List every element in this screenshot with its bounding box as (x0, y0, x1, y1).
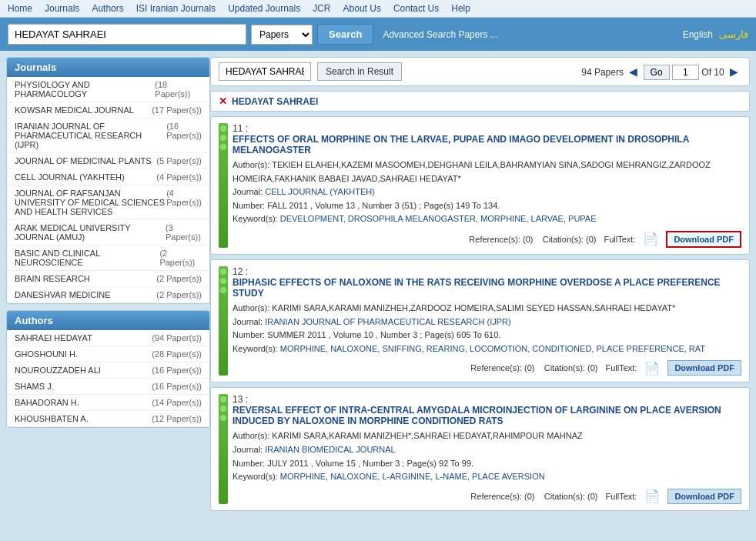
paper-content-1: 12 : BIPHASIC EFFECTS OF NALOXONE IN THE… (232, 266, 741, 376)
paper-meta-0: Author(s): TEKIEH ELAHEH,KAZEMI MASOOMEH… (232, 159, 741, 226)
nav-jcr[interactable]: JCR (313, 3, 330, 14)
sidebar-item-author-5[interactable]: KHOUSHBATEN A. (12 Paper(s)) (7, 411, 209, 427)
fulltext-label-1: FullText: (605, 363, 637, 372)
sidebar-item-journal-9[interactable]: DANESHVAR MEDICINE (2 Paper(s)) (7, 287, 209, 303)
sidebar-item-journal-6[interactable]: ARAK MEDICAL UNIVERSITY JOURNAL (AMUJ) (… (7, 220, 209, 245)
ref-count-1: Reference(s): (0) Citation(s): (0) (470, 363, 597, 372)
sidebar-item-journal-8[interactable]: BRAIN RESEARCH (2 Paper(s)) (7, 271, 209, 287)
sidebar-item-journal-5[interactable]: JOURNAL OF RAFSANJAN UNIVERSITY OF MEDIC… (7, 185, 209, 220)
search-in-result-button[interactable]: Search in Result (317, 62, 402, 81)
paper-number-1: 12 : BIPHASIC EFFECTS OF NALOXONE IN THE… (232, 266, 741, 299)
sidebar-item-journal-7[interactable]: BASIC AND CLINICAL NEUROSCIENCE (2 Paper… (7, 245, 209, 271)
green-dot (220, 287, 226, 293)
green-bar-1 (219, 266, 228, 376)
download-pdf-button-0[interactable]: Download PDF (666, 231, 741, 248)
search-bar: Papers Authors Journals Search Advanced … (0, 18, 756, 51)
sidebar-item-author-4[interactable]: BAHADORAN H. (14 Paper(s)) (7, 395, 209, 411)
pdf-icon-0: 📄 (643, 232, 658, 246)
keywords-link-2[interactable]: MORPHINE, NALOXONE, L-ARGININE, L-NAME, … (280, 472, 545, 481)
paper-title-0[interactable]: EFFECTS OF ORAL MORPHINE ON THE LARVAE, … (232, 134, 741, 155)
language-farsi[interactable]: فارسی (719, 28, 748, 40)
green-dot (220, 269, 226, 275)
paper-meta-1: Author(s): KARIMI SARA,KARAMI MANIZHEH,Z… (232, 302, 741, 356)
remove-tag-button[interactable]: ✕ (219, 95, 227, 107)
paper-content-0: 11 : EFFECTS OF ORAL MORPHINE ON THE LAR… (232, 123, 741, 248)
paper-number-2: 13 : REVERSAL EFFECT OF INTRA-CENTRAL AM… (232, 394, 741, 426)
sidebar-item-journal-4[interactable]: CELL JOURNAL (YAKHTEH) (4 Paper(s)) (7, 169, 209, 185)
paper-footer-1: Reference(s): (0) Citation(s): (0) FullT… (232, 360, 741, 376)
pdf-icon-1: 📄 (644, 361, 660, 376)
nav-help[interactable]: Help (451, 3, 470, 14)
search-type-select[interactable]: Papers Authors Journals (251, 25, 313, 45)
authors-header: Authors (7, 311, 209, 330)
paper-card-0: 11 : EFFECTS OF ORAL MORPHINE ON THE LAR… (210, 116, 750, 255)
fulltext-label-2: FullText: (605, 492, 637, 501)
main-layout: Journals PHYSIOLOGY AND PHARMACOLOGY (18… (0, 51, 756, 522)
sidebar-item-journal-0[interactable]: PHYSIOLOGY AND PHARMACOLOGY (18 Paper(s)… (7, 77, 209, 102)
paper-number-0: 11 : EFFECTS OF ORAL MORPHINE ON THE LAR… (232, 123, 741, 155)
results-toolbar: Search in Result 94 Papers ◀ Go Of 10 ▶ (210, 57, 750, 86)
green-bar-2 (219, 394, 228, 503)
keywords-link-0[interactable]: DEVELOPMENT, DROSOPHILA MELANOGASTER, MO… (280, 214, 597, 223)
search-input[interactable] (8, 24, 246, 45)
active-tag-text: HEDAYAT SAHRAEI (232, 96, 318, 107)
sidebar-item-journal-3[interactable]: JOURNAL OF MEDICINAL PLANTS (5 Paper(s)) (7, 153, 209, 169)
results-count: 94 Papers ◀ Go Of 10 ▶ (581, 64, 741, 80)
journal-link-0[interactable]: CELL JOURNAL (YAKHTEH) (265, 187, 375, 196)
paper-card-1: 12 : BIPHASIC EFFECTS OF NALOXONE IN THE… (210, 259, 750, 382)
journals-header: Journals (7, 58, 209, 77)
ref-count-0: Reference(s): (0) Citation(s): (0) (469, 235, 596, 244)
sidebar-item-author-2[interactable]: NOUROUZZADEH ALI (16 Paper(s)) (7, 362, 209, 379)
search-button[interactable]: Search (317, 24, 373, 45)
nav-about[interactable]: About Us (343, 3, 381, 14)
nav-journals[interactable]: Journals (45, 3, 79, 14)
authors-sidebar-section: Authors SAHRAEI HEDAYAT (94 Paper(s)) GH… (6, 310, 210, 428)
sidebar: Journals PHYSIOLOGY AND PHARMACOLOGY (18… (6, 57, 210, 428)
nav-contact[interactable]: Contact Us (393, 3, 439, 14)
green-dot (220, 396, 226, 402)
nav-home[interactable]: Home (8, 3, 32, 14)
sidebar-item-author-1[interactable]: GHOSHOUNI H. (28 Paper(s)) (7, 346, 209, 362)
ref-count-2: Reference(s): (0) Citation(s): (0) (470, 492, 597, 501)
sidebar-item-journal-1[interactable]: KOWSAR MEDICAL JOURNAL (17 Paper(s)) (7, 102, 209, 119)
top-navigation: Home Journals Authors ISI Iranian Journa… (0, 0, 756, 18)
paper-title-1[interactable]: BIPHASIC EFFECTS OF NALOXONE IN THE RATS… (232, 277, 741, 299)
keywords-link-1[interactable]: MORPHINE, NALOXONE, SNIFFING, REARING, L… (280, 344, 705, 353)
language-english[interactable]: English (683, 29, 713, 40)
sidebar-item-author-0[interactable]: SAHRAEI HEDAYAT (94 Paper(s)) (7, 330, 209, 346)
green-dot (220, 125, 226, 132)
journal-link-1[interactable]: IRANIAN JOURNAL OF PHARMACEUTICAL RESEAR… (265, 317, 510, 326)
green-dot (220, 415, 226, 421)
paper-footer-0: Reference(s): (0) Citation(s): (0) FullT… (232, 231, 741, 248)
advanced-search-link[interactable]: Advanced Search Papers ... (383, 29, 497, 40)
fulltext-label-0: FullText: (604, 235, 635, 244)
journal-link-2[interactable]: IRANIAN BIOMEDICAL JOURNAL (265, 445, 396, 454)
paper-content-2: 13 : REVERSAL EFFECT OF INTRA-CENTRAL AM… (232, 394, 741, 503)
green-dot (220, 406, 226, 412)
paper-card-2: 13 : REVERSAL EFFECT OF INTRA-CENTRAL AM… (210, 387, 750, 510)
paper-footer-2: Reference(s): (0) Citation(s): (0) FullT… (232, 489, 741, 504)
prev-page-button[interactable]: ◀ (626, 64, 641, 79)
active-search-tag: ✕ HEDAYAT SAHRAEI (210, 91, 750, 112)
green-bar-0 (219, 123, 228, 248)
query-input[interactable] (219, 62, 311, 81)
green-dot (220, 135, 226, 141)
green-dot (220, 278, 226, 284)
sidebar-item-journal-2[interactable]: IRANIAN JOURNAL OF PHARMACEUTICAL RESEAR… (7, 119, 209, 153)
download-pdf-button-2[interactable]: Download PDF (667, 489, 741, 504)
sidebar-item-author-3[interactable]: SHAMS J. (16 Paper(s)) (7, 379, 209, 395)
download-pdf-button-1[interactable]: Download PDF (667, 360, 741, 376)
content-area: Search in Result 94 Papers ◀ Go Of 10 ▶ … (210, 57, 750, 516)
pdf-icon-2: 📄 (644, 489, 660, 503)
go-button[interactable]: Go (644, 65, 670, 80)
nav-updated[interactable]: Updated Journals (228, 3, 300, 14)
next-page-button[interactable]: ▶ (727, 64, 741, 79)
nav-authors[interactable]: Authors (92, 3, 123, 14)
page-input[interactable] (672, 65, 699, 80)
green-dot (220, 144, 226, 150)
nav-isi-iranian[interactable]: ISI Iranian Journals (136, 3, 216, 14)
paper-meta-2: Author(s): KARIMI SARA,KARAMI MANIZHEH*,… (232, 429, 741, 483)
journals-sidebar-section: Journals PHYSIOLOGY AND PHARMACOLOGY (18… (6, 57, 210, 304)
paper-title-2[interactable]: REVERSAL EFFECT OF INTRA-CENTRAL AMYGDAL… (232, 405, 741, 426)
